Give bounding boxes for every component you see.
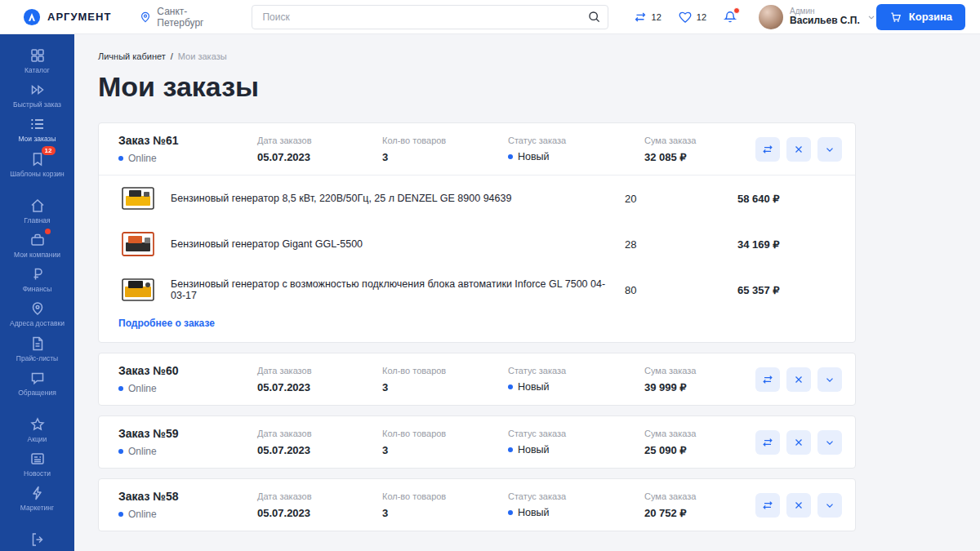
order-number-cell: Заказ №60 Online — [118, 364, 257, 394]
sidebar-item-label: Маркетинг — [20, 504, 54, 512]
sum-column-label: Сума заказа — [644, 429, 755, 438]
channel-dot — [118, 386, 123, 391]
expand-order-button[interactable] — [817, 493, 842, 518]
breadcrumb-account-link[interactable]: Личный кабинет — [98, 51, 166, 61]
order-details-link[interactable]: Подробнее о заказе — [118, 318, 215, 329]
product-qty: 80 — [625, 284, 737, 296]
order-number: Заказ №61 — [118, 134, 257, 147]
product-image — [118, 183, 158, 214]
order-item-row: Бензиновый генератор с возможностью подк… — [99, 267, 855, 313]
order-status: Новый — [518, 444, 550, 455]
channel-dot — [118, 449, 123, 454]
order-sum: 20 752 ₽ — [644, 507, 755, 519]
sidebar-item-label: Обращения — [18, 389, 56, 397]
repeat-order-button[interactable] — [755, 493, 780, 518]
chevron-down-icon — [866, 12, 876, 22]
sidebar-item-finances[interactable]: Финансы — [3, 264, 72, 295]
sidebar-item-news[interactable]: Новости — [3, 449, 72, 479]
sidebar-item-support[interactable]: Обращения — [3, 368, 72, 398]
companies-badge-dot — [45, 229, 51, 234]
order-qty: 3 — [382, 507, 508, 519]
cancel-order-button[interactable] — [786, 430, 811, 455]
date-column-label: Дата заказов — [257, 136, 382, 145]
order-status-cell: Статус заказа Новый — [508, 491, 644, 518]
avatar — [759, 5, 783, 29]
breadcrumb-current: Мои заказы — [178, 51, 227, 61]
user-meta: Админ Васильев С.П. — [790, 7, 860, 27]
date-column-label: Дата заказов — [257, 366, 382, 375]
sidebar-item-fast-order[interactable]: Быстрый заказ — [3, 80, 72, 110]
repeat-order-button[interactable] — [755, 430, 780, 455]
order-qty-cell: Кол-во товаров 3 — [382, 136, 508, 163]
collapse-order-button[interactable] — [817, 137, 842, 162]
order-number: Заказ №59 — [118, 427, 257, 440]
sidebar-item-catalog[interactable]: Каталог — [3, 46, 72, 76]
fast-order-icon — [29, 82, 46, 98]
order-actions — [755, 137, 842, 162]
sidebar-item-label: Мои компании — [14, 251, 60, 259]
sidebar-item-logout[interactable]: Выйти — [3, 530, 72, 551]
order-qty-cell: Кол-во товаров 3 — [382, 491, 508, 519]
compare-count: 12 — [652, 12, 662, 22]
sidebar-item-my-orders[interactable]: Мои заказы — [3, 114, 72, 144]
top-header: АРГУМЕНТ Санкт-Петербург 12 12 — [0, 0, 980, 34]
order-date: 05.07.2023 — [257, 381, 382, 393]
order-number-cell: Заказ №58 Online — [118, 490, 257, 520]
qty-column-label: Кол-во товаров — [382, 491, 508, 501]
cancel-order-button[interactable] — [786, 493, 811, 518]
search-button[interactable] — [584, 7, 605, 27]
product-image — [118, 274, 158, 305]
sidebar-item-label: Мои заказы — [18, 135, 56, 143]
repeat-order-button[interactable] — [755, 137, 780, 162]
search-box — [252, 5, 608, 29]
logo-icon — [23, 8, 41, 26]
cancel-order-button[interactable] — [786, 137, 811, 162]
sidebar-item-price-lists[interactable]: Прайс-листы — [3, 334, 72, 364]
order-date-cell: Дата заказов 05.07.2023 — [257, 366, 382, 393]
status-column-label: Статус заказа — [508, 491, 644, 501]
order-number-cell: Заказ №61 Online — [118, 134, 257, 164]
search-input[interactable] — [252, 5, 608, 29]
order-number: Заказ №60 — [118, 364, 257, 377]
order-header: Заказ №60 Online Дата заказов 05.07.2023… — [99, 353, 855, 405]
document-icon — [29, 335, 46, 352]
favorites-button[interactable]: 12 — [678, 10, 706, 24]
order-sum: 39 999 ₽ — [644, 381, 755, 393]
order-actions — [755, 430, 842, 455]
sidebar-item-label: Каталог — [24, 66, 50, 74]
order-card: Заказ №61 Online Дата заказов 05.07.2023… — [98, 122, 856, 343]
order-qty-cell: Кол-во товаров 3 — [382, 366, 508, 393]
order-sum: 32 085 ₽ — [644, 151, 755, 163]
sidebar-item-cart-templates[interactable]: 12 Шаблоны корзин — [3, 149, 72, 180]
order-card: Заказ №58 Online Дата заказов 05.07.2023… — [98, 478, 856, 531]
sidebar-item-my-companies[interactable]: Мои компании — [3, 230, 72, 260]
sidebar: Каталог Быстрый заказ Мои заказы 12 Шабл… — [0, 34, 74, 551]
sidebar-item-label: Финансы — [23, 285, 52, 293]
user-menu[interactable]: Админ Васильев С.П. — [759, 5, 876, 29]
sidebar-item-home[interactable]: Главная — [3, 196, 72, 226]
news-icon — [29, 451, 46, 467]
order-qty-cell: Кол-во товаров 3 — [382, 429, 508, 456]
expand-order-button[interactable] — [817, 430, 842, 455]
cart-button[interactable]: Корзина — [876, 4, 965, 30]
qty-column-label: Кол-во товаров — [382, 136, 508, 145]
order-sum-cell: Сума заказа 25 090 ₽ — [644, 429, 755, 456]
search-icon — [587, 10, 601, 24]
product-title[interactable]: Бензиновый генератор Gigant GGL-5500 — [171, 238, 625, 250]
repeat-order-button[interactable] — [755, 367, 780, 392]
sidebar-item-marketing[interactable]: Маркетинг — [3, 483, 72, 513]
sidebar-item-delivery-addresses[interactable]: Адреса доставки — [3, 299, 72, 329]
address-pin-icon — [29, 300, 46, 317]
order-sum-cell: Сума заказа 32 085 ₽ — [644, 136, 755, 163]
product-title[interactable]: Бензиновый генератор 8,5 кВт, 220В/50Гц,… — [171, 193, 625, 204]
cart-label: Корзина — [909, 11, 952, 23]
notifications-button[interactable] — [723, 10, 737, 24]
home-icon — [29, 198, 46, 214]
compare-button[interactable]: 12 — [633, 10, 662, 24]
city-selector[interactable]: Санкт-Петербург — [139, 6, 230, 29]
expand-order-button[interactable] — [817, 367, 842, 392]
product-title[interactable]: Бензиновый генератор с возможностью подк… — [171, 278, 625, 301]
logo[interactable]: АРГУМЕНТ — [23, 8, 111, 26]
cancel-order-button[interactable] — [786, 367, 811, 392]
sidebar-item-promotions[interactable]: Акции — [3, 415, 72, 445]
